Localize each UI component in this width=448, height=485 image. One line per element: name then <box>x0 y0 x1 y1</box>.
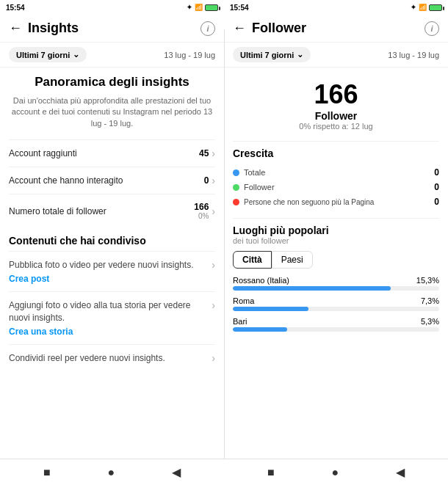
bar-track-0 <box>233 286 439 291</box>
bar-item-1: Roma 7,3% <box>233 296 439 311</box>
metric-label-1: Account che hanno interagito <box>9 175 123 186</box>
chevron-right-content-0: › <box>212 259 215 271</box>
right-nav-back[interactable]: ◀ <box>396 465 405 479</box>
panel-divider <box>224 29 225 459</box>
content-item-text-2: Condividi reel per vedere nuovi insights… <box>9 352 165 365</box>
bar-pct-0: 15,3% <box>416 276 439 285</box>
follower-label: Follower <box>233 110 439 122</box>
right-panel-title: Follower <box>252 21 306 36</box>
dot-totale <box>233 169 239 176</box>
content-item-text-1: Aggiungi foto o video alla tua storia pe… <box>9 299 212 324</box>
left-nav-square[interactable]: ■ <box>43 466 51 479</box>
bluetooth-icon: ✦ <box>187 4 192 11</box>
right-back-button[interactable]: ← <box>233 21 246 36</box>
right-status-bar: 15:54 ✦ 📶 <box>224 0 448 15</box>
follower-pct: 0% rispetto a: 12 lug <box>233 122 439 131</box>
battery-icon <box>205 4 218 11</box>
bar-item-0: Rossano (Italia) 15,3% <box>233 276 439 291</box>
insights-overview-title: Panoramica degli insights <box>9 75 215 90</box>
right-panel: ← Follower i Ultimi 7 giorni ⌄ 13 lug - … <box>224 15 448 459</box>
right-header-left: ← Follower <box>233 21 306 36</box>
follower-big-number: 166 <box>233 79 439 110</box>
crea-post-link[interactable]: Crea post <box>9 274 194 284</box>
chevron-right-content-2: › <box>212 352 215 364</box>
right-nav-square[interactable]: ■ <box>267 466 275 479</box>
left-nav-back[interactable]: ◀ <box>172 465 181 479</box>
left-status-bar: 15:54 ✦ 📶 <box>0 0 224 15</box>
left-header-left: ← Insights <box>9 21 79 36</box>
contenuti-section-title: Contenuti che hai condiviso <box>9 235 215 247</box>
crescita-title: Crescita <box>233 147 439 159</box>
bar-track-2 <box>233 327 439 332</box>
right-date-range: 13 lug - 19 lug <box>388 51 439 59</box>
left-nav-circle[interactable]: ● <box>107 466 115 479</box>
luoghi-section: Luoghi più popolari dei tuoi follower Ci… <box>233 218 439 332</box>
bars-list: Rossano (Italia) 15,3% Roma 7,3% <box>233 276 439 332</box>
tab-citta[interactable]: Città <box>233 251 272 269</box>
dot-unfollow <box>233 199 239 205</box>
right-bottom-nav: ■ ● ◀ <box>224 459 448 485</box>
right-panel-content: 166 Follower 0% rispetto a: 12 lug Cresc… <box>224 68 448 459</box>
left-panel-title: Insights <box>28 21 79 36</box>
content-item-0: Pubblica foto o video per vedere nuovi i… <box>9 251 215 291</box>
left-filter-button[interactable]: Ultimi 7 giorni ⌄ <box>9 47 87 62</box>
crescita-row-1: Follower 0 <box>233 180 439 194</box>
metric-label-2: Numero totale di follower <box>9 206 106 216</box>
tab-row: Città Paesi <box>233 251 439 269</box>
metric-row-1[interactable]: Account che hanno interagito 0 › <box>9 167 215 194</box>
content-item-2: Condividi reel per vedere nuovi insights… <box>9 344 215 372</box>
metric-value-1: 0 › <box>204 175 215 186</box>
metrics-list: Account raggiunti 45 › Account che hanno… <box>9 139 215 227</box>
dot-follower <box>233 184 239 191</box>
content-item-1: Aggiungi foto o video alla tua storia pe… <box>9 291 215 344</box>
left-filter-row: Ultimi 7 giorni ⌄ 13 lug - 19 lug <box>0 43 224 68</box>
bar-item-2: Bari 5,3% <box>233 317 439 332</box>
content-item-text-0: Pubblica foto o video per vedere nuovi i… <box>9 259 194 271</box>
right-battery-icon <box>429 4 442 11</box>
right-header: ← Follower i <box>224 15 448 43</box>
metric-row-0[interactable]: Account raggiunti 45 › <box>9 139 215 167</box>
right-signal-icon: 📶 <box>419 4 427 11</box>
luoghi-subtitle: dei tuoi follower <box>233 236 439 245</box>
left-info-button[interactable]: i <box>200 21 215 36</box>
content-items-list: Pubblica foto o video per vedere nuovi i… <box>9 251 215 371</box>
bar-fill-2 <box>233 327 287 332</box>
chevron-right-icon-1: › <box>212 175 215 186</box>
metric-label-0: Account raggiunti <box>9 148 77 158</box>
left-back-button[interactable]: ← <box>9 21 22 36</box>
bar-label-1: Roma <box>233 296 254 305</box>
bar-label-2: Bari <box>233 317 248 326</box>
bottom-navigation: ■ ● ◀ ■ ● ◀ <box>0 459 448 485</box>
crea-storia-link[interactable]: Crea una storia <box>9 327 212 337</box>
right-info-button[interactable]: i <box>424 21 439 36</box>
right-filter-row: Ultimi 7 giorni ⌄ 13 lug - 19 lug <box>224 43 448 68</box>
left-date-range: 13 lug - 19 lug <box>164 51 215 59</box>
crescita-row-0: Totale 0 <box>233 165 439 180</box>
bar-label-0: Rossano (Italia) <box>233 276 289 285</box>
signal-icon: 📶 <box>195 4 203 11</box>
tab-paesi[interactable]: Paesi <box>272 251 313 269</box>
bar-pct-1: 7,3% <box>421 296 439 305</box>
crescita-section: Crescita Totale 0 Follower 0 <box>233 141 439 209</box>
right-chevron-down-icon: ⌄ <box>297 50 303 59</box>
left-time: 15:54 <box>6 4 25 12</box>
crescita-row-2: Persone che non seguono più la Pagina 0 <box>233 194 439 209</box>
bar-pct-2: 5,3% <box>421 317 439 326</box>
chevron-right-icon-2: › <box>212 205 215 217</box>
metric-row-2[interactable]: Numero totale di follower 166 0% › <box>9 194 215 227</box>
right-status-icons: ✦ 📶 <box>411 4 442 11</box>
chevron-right-content-1: › <box>212 299 215 311</box>
right-nav-circle[interactable]: ● <box>331 466 339 479</box>
metric-value-2: 166 0% › <box>194 202 215 220</box>
left-status-icons: ✦ 📶 <box>187 4 218 11</box>
left-header: ← Insights i <box>0 15 224 43</box>
right-filter-button[interactable]: Ultimi 7 giorni ⌄ <box>233 47 311 62</box>
right-time: 15:54 <box>230 4 249 12</box>
insights-overview-desc: Dai un'occhiata più approfondita alle pr… <box>9 95 215 129</box>
bar-fill-0 <box>233 286 391 291</box>
metric-value-0: 45 › <box>199 147 215 159</box>
left-panel-content: Panoramica degli insights Dai un'occhiat… <box>0 68 224 459</box>
luoghi-title: Luoghi più popolari <box>233 225 439 236</box>
left-bottom-nav: ■ ● ◀ <box>0 459 224 485</box>
bar-fill-1 <box>233 307 308 311</box>
